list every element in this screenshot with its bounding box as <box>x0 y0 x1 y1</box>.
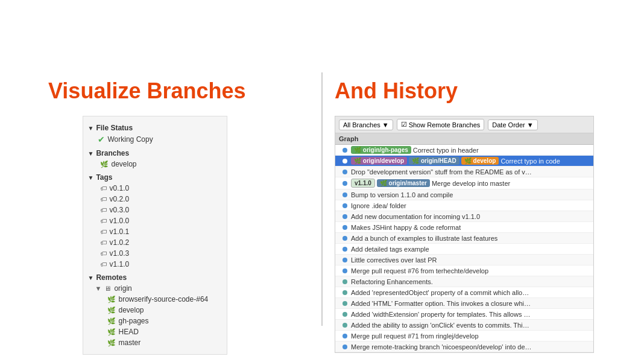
remote-head[interactable]: 🌿 HEAD <box>83 326 227 337</box>
all-branches-dropdown[interactable]: All Branches ▼ <box>339 119 393 130</box>
tag-v010-label: v0.1.0 <box>110 184 130 192</box>
tag-v030[interactable]: 🏷 v0.3.0 <box>83 205 227 215</box>
commit-dot-1 <box>343 159 347 164</box>
tags-header[interactable]: ▼ Tags <box>83 172 227 183</box>
tag-v020[interactable]: 🏷 v0.2.0 <box>83 194 227 205</box>
git-row-15[interactable]: Added 'widthExtension' property for temp… <box>335 309 593 320</box>
git-row-2[interactable]: Drop "development version" stuff from th… <box>335 167 593 177</box>
remotes-header[interactable]: ▼ Remotes <box>83 272 227 283</box>
commit-col-9: Add detailed tags example <box>351 246 590 253</box>
git-row-17[interactable]: Merge pull request #71 from ringlej/deve… <box>335 331 593 341</box>
commit-dot-12 <box>343 279 347 284</box>
branch-develop[interactable]: 🌿 develop <box>83 159 227 170</box>
commit-col-17: Merge pull request #71 from ringlej/deve… <box>351 332 590 340</box>
commit-col-3: v1.1.0 🌿 origin/master Merge develop int… <box>351 179 590 188</box>
commit-dot-11 <box>343 268 347 273</box>
branches-header[interactable]: ▼ Branches <box>83 148 227 159</box>
working-copy-row[interactable]: ✔ Working Copy <box>83 133 227 145</box>
graph-dot-9 <box>339 247 351 252</box>
tag-v100[interactable]: 🏷 v1.0.0 <box>83 215 227 226</box>
remotes-section: ▼ Remotes ▼ 🖥 origin 🌿 browserify-source… <box>83 271 227 349</box>
commit-col-14: Added 'HTML' Formatter option. This invo… <box>351 300 590 307</box>
tag-icon-4: 🏷 <box>100 217 107 224</box>
tag-v010[interactable]: 🏷 v0.1.0 <box>83 183 227 194</box>
git-row-13[interactable]: Added 'representedObject' property of a … <box>335 287 593 298</box>
remote-head-label: HEAD <box>119 328 139 336</box>
commit-dot-16 <box>343 323 347 328</box>
commit-msg-10: Little correctives over last PR <box>351 256 437 264</box>
graph-dot-18 <box>339 345 351 349</box>
git-row-12[interactable]: Refactoring Enhancements. <box>335 276 593 287</box>
commit-col-11: Merge pull request #76 from terhechte/de… <box>351 267 590 275</box>
graph-dot-12 <box>339 279 351 284</box>
commit-dot-4 <box>343 192 347 197</box>
graph-dot-14 <box>339 301 351 306</box>
commit-msg-8: Add a bunch of examples to illustrate la… <box>351 235 497 242</box>
git-panel: All Branches ▼ ☑ Show Remote Branches Da… <box>335 116 594 353</box>
commit-col-6: Add new documentation for incoming v1.1.… <box>351 213 590 220</box>
git-row-6[interactable]: Add new documentation for incoming v1.1.… <box>335 211 593 222</box>
file-status-label: File Status <box>96 124 133 132</box>
git-row-1[interactable]: 🌿 origin/develop 🌿 origin/HEAD 🌿 develop… <box>335 156 593 167</box>
git-row-9[interactable]: Add detailed tags example <box>335 244 593 255</box>
graph-dot-6 <box>339 214 351 219</box>
git-row-7[interactable]: Makes JSHint happy & code reformat <box>335 222 593 233</box>
date-order-dropdown[interactable]: Date Order ▼ <box>488 119 537 130</box>
commit-msg-12: Refactoring Enhancements. <box>351 278 433 285</box>
commit-msg-14: Added 'HTML' Formatter option. This invo… <box>351 300 532 307</box>
main-container: Visualize Branches ▼ File Status ✔ Worki… <box>0 0 644 362</box>
commit-col-7: Makes JSHint happy & code reformat <box>351 224 590 231</box>
git-row-11[interactable]: Merge pull request #76 from terhechte/de… <box>335 265 593 276</box>
remote-master[interactable]: 🌿 master <box>83 337 227 348</box>
commit-dot-8 <box>343 236 347 241</box>
tag-v110[interactable]: 🏷 v1.1.0 <box>83 259 227 270</box>
tag-v103[interactable]: 🏷 v1.0.3 <box>83 248 227 259</box>
git-row-4[interactable]: Bump to version 1.1.0 and compile <box>335 189 593 200</box>
show-remote-label: Show Remote Branches <box>409 121 481 129</box>
tag-icon-8: 🏷 <box>100 261 107 268</box>
git-row-10[interactable]: Little correctives over last PR <box>335 255 593 265</box>
git-row-18[interactable]: Merge remote-tracking branch 'nicoespeon… <box>335 341 593 352</box>
commit-dot-15 <box>343 312 347 317</box>
branches-section: ▼ Branches 🌿 develop <box>83 147 227 171</box>
file-status-section: ▼ File Status ✔ Working Copy <box>83 121 227 147</box>
show-remote-btn[interactable]: ☑ Show Remote Branches <box>397 119 485 130</box>
tags-label: Tags <box>96 173 112 182</box>
graph-dot-4 <box>339 192 351 197</box>
file-status-header[interactable]: ▼ File Status <box>83 122 227 133</box>
commit-msg-15: Added 'widthExtension' property for temp… <box>351 311 532 318</box>
commit-dot-10 <box>343 258 347 262</box>
tag-v030-label: v0.3.0 <box>110 206 130 214</box>
date-order-arrow-icon: ▼ <box>527 121 534 129</box>
tag-icon-3: 🏷 <box>100 206 107 214</box>
commit-col-13: Added 'representedObject' property of a … <box>351 289 590 296</box>
left-title: Visualize Branches <box>0 78 246 104</box>
git-row-14[interactable]: Added 'HTML' Formatter option. This invo… <box>335 298 593 309</box>
git-row-5[interactable]: Ignore .idea/ folder <box>335 200 593 211</box>
remote-branch-icon-5: 🌿 <box>107 339 116 347</box>
branches-arrow: ▼ <box>88 150 94 157</box>
commit-msg-11: Merge pull request #76 from terhechte/de… <box>351 267 488 275</box>
tag-v102[interactable]: 🏷 v1.0.2 <box>83 237 227 248</box>
graph-dot-0 <box>339 148 351 153</box>
remote-ghpages[interactable]: 🌿 gh-pages <box>83 316 227 326</box>
remote-origin[interactable]: ▼ 🖥 origin <box>83 283 227 294</box>
graph-dot-2 <box>339 170 351 174</box>
remote-browserify[interactable]: 🌿 browserify-source-code-#64 <box>83 294 227 305</box>
graph-dot-8 <box>339 236 351 241</box>
file-tree: ▼ File Status ✔ Working Copy ▼ Branches … <box>83 116 227 355</box>
git-row-0[interactable]: 🌿 origin/gh-pages Correct typo in header <box>335 145 593 156</box>
git-row-3[interactable]: v1.1.0 🌿 origin/master Merge develop int… <box>335 177 593 189</box>
commit-msg-13: Added 'representedObject' property of a … <box>351 289 532 296</box>
file-status-arrow: ▼ <box>88 125 94 132</box>
remote-origin-label: origin <box>114 284 131 293</box>
git-row-16[interactable]: Added the ability to assign 'onClick' ev… <box>335 320 593 331</box>
left-panel: Visualize Branches ▼ File Status ✔ Worki… <box>0 78 321 355</box>
checkbox-icon: ☑ <box>401 121 407 129</box>
graph-col-header: Graph <box>335 133 593 145</box>
commit-msg-1: Correct typo in code <box>500 157 560 165</box>
tag-v101[interactable]: 🏷 v1.0.1 <box>83 226 227 237</box>
remote-develop[interactable]: 🌿 develop <box>83 305 227 316</box>
git-row-8[interactable]: Add a bunch of examples to illustrate la… <box>335 233 593 244</box>
commit-col-4: Bump to version 1.1.0 and compile <box>351 191 590 198</box>
